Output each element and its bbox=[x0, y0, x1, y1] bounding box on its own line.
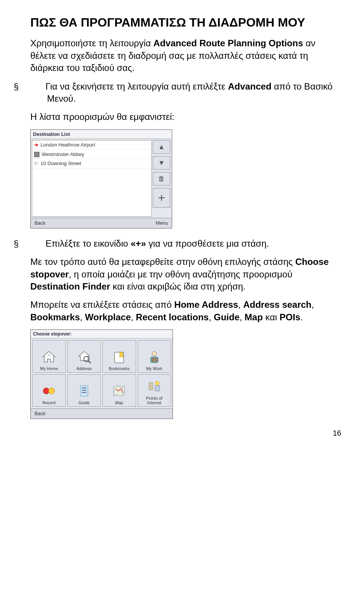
flag-icon: ⚐ bbox=[34, 161, 38, 167]
trash-icon: 🗑 bbox=[158, 174, 165, 183]
destination-list-title: Destination List bbox=[31, 130, 172, 139]
work-icon bbox=[146, 349, 162, 365]
chevron-up-icon: ▲ bbox=[158, 142, 165, 151]
option-address[interactable]: Address bbox=[67, 340, 101, 373]
option-map[interactable]: Map bbox=[102, 374, 136, 407]
bookmarks-icon bbox=[111, 349, 127, 365]
option-my-home[interactable]: My Home bbox=[32, 340, 66, 373]
guide-icon bbox=[76, 383, 92, 399]
intro-paragraph: Χρησιμοποιήστε τη λειτουργία Advanced Ro… bbox=[30, 37, 341, 74]
destination-list-label: Η λίστα προορισμών θα εμφανιστεί: bbox=[30, 111, 341, 123]
plus-icon: + bbox=[158, 190, 165, 206]
svg-rect-19 bbox=[155, 386, 160, 391]
svg-rect-9 bbox=[152, 358, 157, 361]
svg-rect-1 bbox=[48, 354, 50, 356]
back-button[interactable]: Back bbox=[35, 411, 46, 416]
map-icon bbox=[111, 383, 127, 399]
address-search-icon bbox=[76, 349, 92, 365]
svg-marker-16 bbox=[114, 386, 124, 396]
paragraph-choose-stopover: Με τον τρόπο αυτό θα μεταφερθείτε στην ο… bbox=[30, 256, 341, 293]
list-item[interactable]: ⚐ 10 Downing Street bbox=[32, 159, 151, 169]
move-down-button[interactable]: ▼ bbox=[153, 156, 170, 170]
poi-icon bbox=[146, 378, 162, 394]
svg-line-4 bbox=[88, 361, 91, 363]
choose-stopover-title: Choose stopover: bbox=[31, 330, 173, 339]
move-up-button[interactable]: ▲ bbox=[153, 140, 170, 154]
bullet-2: §Επιλέξτε το εικονίδιο «+» για να προσθέ… bbox=[30, 238, 341, 250]
add-stop-button[interactable]: + bbox=[153, 188, 170, 208]
svg-point-11 bbox=[49, 388, 55, 394]
list-item[interactable]: Westminster Abbey bbox=[32, 150, 151, 159]
page-title: ΠΩΣ ΘΑ ΠΡΟΓΡΑΜΜΑΤΙΣΩ ΤΗ ΔΙΑΔΡΟΜΗ ΜΟΥ bbox=[30, 15, 341, 30]
svg-point-18 bbox=[155, 381, 159, 385]
home-icon bbox=[41, 349, 57, 365]
list-item[interactable]: ➔ London Heathrow Airport bbox=[32, 140, 151, 150]
paragraph-options: Μπορείτε να επιλέξετε στάσεις από Home A… bbox=[30, 299, 341, 323]
page-number: 16 bbox=[30, 428, 341, 438]
svg-rect-17 bbox=[149, 383, 153, 390]
svg-rect-12 bbox=[80, 386, 88, 396]
destination-list-panel: Destination List ➔ London Heathrow Airpo… bbox=[30, 129, 172, 228]
option-recent[interactable]: Recent bbox=[32, 374, 66, 407]
choose-stopover-panel: Choose stopover: My Home Address Bookmar… bbox=[30, 329, 173, 419]
recent-icon bbox=[41, 383, 57, 399]
option-my-work[interactable]: My Work bbox=[138, 340, 171, 373]
destination-icon: ➔ bbox=[34, 142, 38, 148]
menu-button[interactable]: Menu bbox=[155, 220, 168, 227]
svg-marker-0 bbox=[43, 351, 55, 362]
destination-list: ➔ London Heathrow Airport Westminster Ab… bbox=[32, 140, 152, 217]
option-poi[interactable]: Points of Interest bbox=[138, 374, 171, 407]
option-guide[interactable]: Guide bbox=[67, 374, 101, 407]
chevron-down-icon: ▼ bbox=[158, 158, 165, 167]
bullet-1: §Για να ξεκινήσετε τη λειτουργία αυτή επ… bbox=[30, 80, 341, 105]
back-button[interactable]: Back bbox=[35, 220, 46, 227]
delete-button[interactable]: 🗑 bbox=[153, 172, 170, 186]
stop-marker-icon bbox=[34, 152, 39, 157]
option-bookmarks[interactable]: Bookmarks bbox=[102, 340, 136, 373]
svg-point-7 bbox=[152, 351, 157, 356]
